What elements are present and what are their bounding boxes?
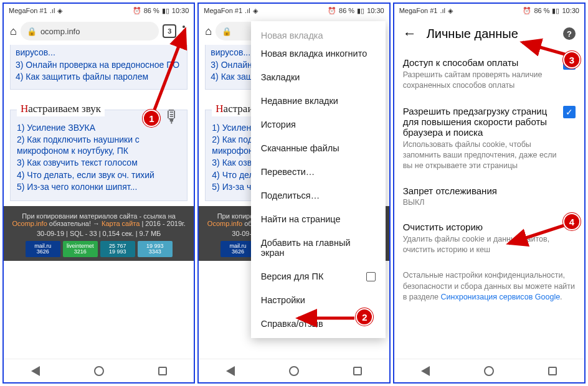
menu-new-incognito[interactable]: Новая вкладка инкогнито bbox=[251, 42, 386, 65]
setting-payment-access[interactable]: Доступ к способам оплаты Разрешить сайта… bbox=[394, 50, 584, 98]
system-nav-bar bbox=[4, 359, 194, 382]
callout-badge-4: 4 bbox=[563, 213, 581, 230]
callout-badge-3: 3 bbox=[563, 51, 581, 68]
badge-counter-3[interactable]: 19 9933343 bbox=[138, 241, 173, 257]
clear-title: Очистить историю bbox=[403, 222, 576, 232]
nav-back-icon[interactable] bbox=[31, 366, 40, 376]
nav-recents-icon[interactable] bbox=[548, 367, 557, 375]
sound-link-5[interactable]: 5) Из-за чего колонки шипят... bbox=[17, 182, 181, 193]
menu-share[interactable]: Поделиться… bbox=[251, 184, 386, 207]
battery-percent: 86 % bbox=[534, 7, 549, 14]
microphone-icon: 🎙 bbox=[163, 106, 181, 127]
nav-back-icon[interactable] bbox=[226, 366, 235, 376]
clock-time: 10:30 bbox=[367, 7, 384, 14]
settings-title: Личные данные bbox=[427, 27, 518, 41]
menu-desktop-label: Версия для ПК bbox=[261, 271, 324, 281]
alarm-icon: ⏰ bbox=[328, 7, 336, 14]
sound-section-title: Настраиваем звук bbox=[17, 101, 105, 116]
footer-stats: 30-09-19 | SQL - 33 | 0,154 сек. | 9.7 М… bbox=[7, 230, 190, 237]
battery-icon: ▮▯ bbox=[162, 7, 169, 14]
signal-icon: .ıl bbox=[440, 7, 445, 14]
payment-desc: Разрешить сайтам проверять наличие сохра… bbox=[403, 70, 557, 91]
setting-do-not-track[interactable]: Запрет отслеживания ВЫКЛ bbox=[394, 178, 584, 214]
menu-desktop-site[interactable]: Версия для ПК bbox=[251, 265, 386, 288]
clock-time: 10:30 bbox=[562, 7, 579, 14]
home-icon[interactable]: ⌂ bbox=[10, 25, 17, 38]
checkbox-checked-icon[interactable]: ✓ bbox=[563, 106, 576, 118]
status-bar: MegaFon #1 .ıl ◈ ⏰ 86 % ▮▯ 10:30 bbox=[4, 4, 194, 17]
carrier-label: MegaFon #1 bbox=[9, 7, 47, 14]
tab-count: 3 bbox=[168, 27, 171, 35]
link-virus-cont[interactable]: вирусов... bbox=[16, 47, 182, 59]
menu-downloads[interactable]: Скачанные файлы bbox=[251, 136, 386, 160]
lock-icon: 🔒 bbox=[27, 27, 37, 36]
overflow-menu-icon[interactable] bbox=[180, 23, 187, 39]
menu-add-homescreen[interactable]: Добавить на главный экран bbox=[251, 231, 386, 265]
menu-bookmarks[interactable]: Закладки bbox=[251, 65, 386, 89]
sound-link-4[interactable]: 4) Что делать, если звук оч. тихий bbox=[17, 170, 181, 181]
badge-mailru[interactable]: mail.ru3626 bbox=[26, 241, 60, 257]
phone-screenshot-2: MegaFon #1 .ıl ◈ ⏰ 86 % ▮▯ 10:30 ⌂ 🔒 вир… bbox=[197, 2, 390, 384]
badge-mailru: mail.ru3626 bbox=[220, 241, 255, 257]
nav-home-icon[interactable] bbox=[94, 366, 104, 376]
lock-icon: 🔒 bbox=[222, 27, 232, 36]
carrier-label: MegaFon #1 bbox=[204, 7, 242, 14]
page-footer: При копировании материалов сайта - ссылк… bbox=[4, 206, 194, 261]
nav-home-icon[interactable] bbox=[289, 366, 299, 376]
link-google-sync[interactable]: Синхронизация сервисов Google bbox=[441, 293, 561, 301]
sound-link-3[interactable]: 3) Как озвучить текст голосом bbox=[17, 158, 181, 169]
alarm-icon: ⏰ bbox=[133, 7, 141, 14]
menu-find-in-page[interactable]: Найти на странице bbox=[251, 207, 386, 231]
footer-link-sitemap[interactable]: Карта сайта bbox=[102, 220, 140, 227]
setting-page-preload[interactable]: Разрешить предзагрузку страниц для повыш… bbox=[394, 98, 584, 179]
checkbox-icon[interactable] bbox=[366, 272, 376, 281]
dnt-title: Запрет отслеживания bbox=[403, 186, 576, 196]
battery-icon: ▮▯ bbox=[552, 7, 559, 14]
payment-title: Доступ к способам оплаты bbox=[403, 57, 557, 68]
battery-percent: 86 % bbox=[144, 7, 159, 14]
url-text: ocomp.info bbox=[40, 27, 80, 36]
menu-new-tab[interactable]: Новая вкладка bbox=[251, 24, 386, 42]
signal-icon: .ıl bbox=[245, 7, 250, 14]
wifi-icon: ◈ bbox=[57, 7, 62, 14]
nav-back-icon[interactable] bbox=[421, 366, 430, 376]
settings-footer-note: Остальные настройки конфиденциальности, … bbox=[394, 263, 584, 311]
preload-desc: Использовать файлы cookie, чтобы запомни… bbox=[403, 139, 557, 171]
clear-desc: Удалить файлы cookie и данные сайтов, оч… bbox=[403, 234, 576, 255]
status-bar: MegaFon #1 .ıl ◈ ⏰ 86 % ▮▯ 10:30 bbox=[199, 4, 389, 17]
link-online-check[interactable]: 3) Онлайн проверка на вредоносное ПО bbox=[16, 60, 182, 71]
nav-recents-icon[interactable] bbox=[158, 367, 167, 375]
footer-counters: mail.ru3626 liveinternet3216 25 76719 99… bbox=[7, 241, 190, 257]
help-icon[interactable]: ? bbox=[563, 27, 576, 40]
url-bar[interactable]: 🔒 ocomp.info bbox=[21, 22, 159, 40]
preload-title: Разрешить предзагрузку страниц для повыш… bbox=[403, 106, 557, 138]
wifi-icon: ◈ bbox=[253, 7, 258, 14]
menu-recent-tabs[interactable]: Недавние вкладки bbox=[251, 89, 386, 113]
browser-toolbar: ⌂ 🔒 ocomp.info 3 bbox=[4, 17, 194, 45]
sound-link-2[interactable]: 2) Как подключить наушники с микрофоном … bbox=[17, 134, 181, 156]
footer-link-ocomp[interactable]: Ocomp.info bbox=[12, 220, 47, 227]
menu-history[interactable]: История bbox=[251, 113, 386, 136]
setting-clear-history[interactable]: Очистить историю Удалить файлы cookie и … bbox=[394, 214, 584, 263]
page-content: вирусов... 3) Онлайн проверка на вредоно… bbox=[4, 45, 194, 359]
badge-counter-2[interactable]: 25 76719 993 bbox=[100, 241, 135, 257]
system-nav-bar bbox=[394, 359, 584, 382]
menu-translate[interactable]: Перевести… bbox=[251, 160, 386, 184]
sound-section: Настраиваем звук 🎙 1) Усиление ЗВУКА 2) … bbox=[10, 110, 187, 201]
status-bar: MegaFon #1 .ıl ◈ ⏰ 86 % ▮▯ 10:30 bbox=[394, 4, 584, 17]
system-nav-bar bbox=[199, 359, 389, 382]
footer-text: При копировании материалов сайта - ссылк… bbox=[22, 212, 176, 220]
nav-recents-icon[interactable] bbox=[353, 367, 362, 375]
battery-icon: ▮▯ bbox=[357, 7, 364, 14]
badge-liveinternet[interactable]: liveinternet3216 bbox=[63, 241, 98, 257]
tabs-button[interactable]: 3 bbox=[163, 24, 176, 38]
signal-icon: .ıl bbox=[50, 7, 55, 14]
link-protect-files[interactable]: 4) Как защитить файлы паролем bbox=[16, 72, 182, 83]
phone-screenshot-3: MegaFon #1 .ıl ◈ ⏰ 86 % ▮▯ 10:30 ← Личны… bbox=[393, 2, 586, 384]
battery-percent: 86 % bbox=[339, 7, 354, 14]
wifi-icon: ◈ bbox=[448, 7, 453, 14]
nav-home-icon[interactable] bbox=[484, 366, 494, 376]
footer-link-ocomp: Ocomp.info bbox=[207, 220, 242, 227]
back-icon[interactable]: ← bbox=[403, 26, 417, 42]
home-icon[interactable]: ⌂ bbox=[205, 25, 212, 38]
